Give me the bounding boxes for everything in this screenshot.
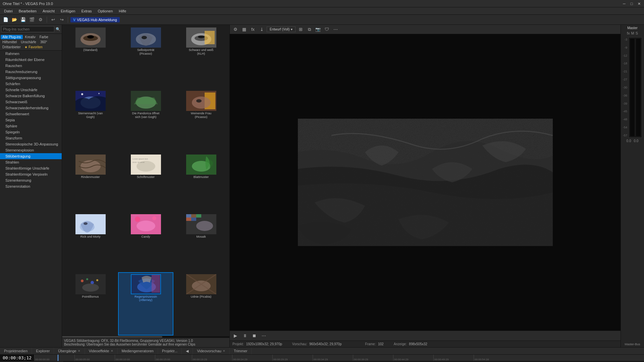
properties-button[interactable]: ⚙ [37,16,44,23]
preview-mode-dropdown[interactable]: Entwurf (Voll) ▾ [267,26,296,32]
filter-tab-favoriten[interactable]: ★ Favoriten [23,45,44,49]
tab-videoeffekte[interactable]: Videoeffekte ✕ [85,348,118,354]
preview-copy-button[interactable]: ⧉ [306,26,313,33]
plugin-card-rick-und-morty[interactable]: Rick und Morty [63,212,118,272]
filter-tab-kreativ[interactable]: Kreativ [23,35,37,39]
plugin-card-weinende-frau[interactable]: Weinende Frau (Picasso) [173,89,229,152]
menu-hilfe[interactable]: Hilfe [116,8,129,14]
tab-close-icon[interactable]: ✕ [78,349,80,353]
preview-settings-button[interactable]: ⚙ [232,26,239,33]
plugin-list-item[interactable]: Szenerkennung [0,177,62,183]
tab-trimmer[interactable]: Trimmer [230,348,252,354]
menu-einfuegen[interactable]: Einfügen [58,8,78,14]
plugin-list-item[interactable]: Schwarzweiß [0,99,62,105]
plugin-card-pandorica[interactable]: Die Pandorica öffnet sich (van Gogh) [118,89,173,152]
svg-point-3 [87,35,94,39]
preview-more-button[interactable]: ⋯ [332,26,339,33]
vegas-hub-button[interactable]: V VEGAS Hub Abmeldung [70,17,120,22]
tab-close-icon[interactable]: ✕ [111,349,113,353]
plugin-list-item[interactable]: Sepia [0,117,62,123]
plugin-thumb-pandorica [131,91,161,111]
plugin-list-item[interactable]: Schwellenwert [0,111,62,117]
filter-tab-360[interactable]: 360° [39,40,49,44]
redo-button[interactable]: ↪ [58,16,65,23]
tab-mediengeneratoren[interactable]: Mediengeneratoren [118,348,158,354]
plugin-list-item[interactable]: Rahmen [0,51,62,57]
preview-stop-button[interactable]: ⏹ [251,332,258,340]
plugin-card-standard[interactable]: (Standard) [63,25,118,89]
plugin-card-sternennacht[interactable]: Sternennacht (van Gogh) [63,89,118,152]
plugin-card-pointillismus[interactable]: Pointillismus [63,272,118,336]
plugin-thumb-candy [131,214,161,234]
menu-datei[interactable]: Datei [1,8,15,14]
plugin-list-item[interactable]: Strahlenförmige Unschärfe [0,165,62,171]
plugin-list-item-stiluebertragung[interactable]: Stilübertragung [0,153,62,159]
save-button[interactable]: 💾 [19,16,27,23]
preview-panel-button[interactable]: ▦ [240,26,248,33]
plugin-card-mosaik[interactable]: Mosaik [173,212,229,272]
ruler-mark-10: 00:00:49:29 [433,355,448,361]
timeline-ruler[interactable]: 00:00:00:00 00:00:05:00 00:00:10:00 00:0… [34,355,644,361]
tab-videovorschau[interactable]: Videovorschau ✕ [193,348,230,354]
tab-close-icon[interactable]: ✕ [223,349,225,353]
plugin-list-item[interactable]: Schwarzwiederherstellung [0,105,62,111]
preview-pause-button[interactable]: ⏸ [241,332,249,340]
tab-projektr[interactable]: Projektr... [158,348,182,354]
undo-button[interactable]: ↩ [49,16,57,23]
tab-uebergaenge[interactable]: Übergänge ✕ [54,348,85,354]
plugin-card-candy[interactable]: Candy [118,212,173,272]
filter-tab-drittanbieter[interactable]: Drittanbieter [1,45,22,49]
plugin-list-item[interactable]: Schwarze Balkenfüllung [0,93,62,99]
plugin-card-regenprinzessin[interactable]: Regenprinzessin (Afterney) [118,272,173,336]
plugin-card-udnie[interactable]: Udnie (Picabia) [173,272,229,336]
plugin-list-item[interactable]: Strahlen [0,159,62,165]
plugin-list-item[interactable]: Strahlenförmige Verpixeln [0,171,62,177]
preview-fx-button[interactable]: fx [249,26,257,33]
plugin-list-item[interactable]: Sättigungsanpassung [0,75,62,81]
plugin-list-item[interactable]: Sphäre [0,123,62,129]
preview-protect-button[interactable]: 🛡 [323,26,330,33]
plugin-list-item[interactable]: Stanzform [0,135,62,141]
preview-render-button[interactable]: ⤓ [258,26,265,33]
m-icon[interactable]: M [631,31,634,35]
preview-more-controls[interactable]: ⋯ [260,332,267,340]
menu-ansicht[interactable]: Ansicht [40,8,57,14]
filter-tab-farbe[interactable]: Farbe [38,35,50,39]
menu-extras[interactable]: Extras [78,8,94,14]
search-input[interactable] [1,26,54,32]
render-button[interactable]: 🎬 [28,16,36,23]
preview-play-button[interactable]: ▶ [232,332,239,340]
menu-bearbeiten[interactable]: Bearbeiten [16,8,39,14]
filter-tab-unschaerfe[interactable]: Unschärfe [19,40,38,44]
fx-icon[interactable]: fx [627,31,630,35]
search-icon[interactable]: 🔍 [56,27,60,32]
plugin-list-item[interactable]: Stereoskopische 3D-Anpassung [0,141,62,147]
tab-explorer[interactable]: Explorer [32,348,54,354]
preview-snapshot-button[interactable]: 📷 [314,26,322,33]
plugin-list-item[interactable]: Schnelle Unschärfe [0,87,62,93]
plugin-list-item[interactable]: Räumlichkeit der Ebene [0,57,62,63]
plugin-list-item[interactable]: Schärfen [0,81,62,87]
plugin-list-item[interactable]: Rauschen [0,63,62,69]
plugin-list-item[interactable]: Spiegeln [0,129,62,135]
maximize-button[interactable]: □ [629,1,634,6]
minimize-button[interactable]: ─ [622,1,627,6]
tab-arrow-left[interactable]: ◀ [182,348,193,354]
plugin-card-blattmuster[interactable]: Blattmuster [173,153,229,213]
plugin-card-schriftmuster[interactable]: Lorem ipsum textdolor sit amet Schriftmu… [118,153,173,213]
s-icon[interactable]: S [636,31,638,35]
plugin-card-rindenmuster[interactable]: Rindenmuster [63,153,118,213]
tab-projektmedien[interactable]: Projektmedien [0,348,32,354]
plugin-card-schwarzweiss[interactable]: Schwarz und weiß (KLH) [173,25,229,89]
menu-optionen[interactable]: Optionen [95,8,116,14]
open-button[interactable]: 📂 [11,16,18,23]
filter-tab-hilfsmittel[interactable]: Hilfsmittel [1,40,18,44]
close-button[interactable]: ✕ [637,1,641,6]
plugin-card-selbstportraet[interactable]: Selbstporträt (Picasso) [118,25,173,89]
new-button[interactable]: 📄 [2,16,9,23]
filter-tab-all[interactable]: Alle Plug-ins [1,35,23,39]
plugin-list-item[interactable]: Szenenrotation [0,183,62,189]
preview-grid-button[interactable]: ⊞ [297,26,304,33]
plugin-list-item[interactable]: Sternenexplosion [0,147,62,153]
plugin-list-item[interactable]: Rauschreduzierung [0,69,62,75]
